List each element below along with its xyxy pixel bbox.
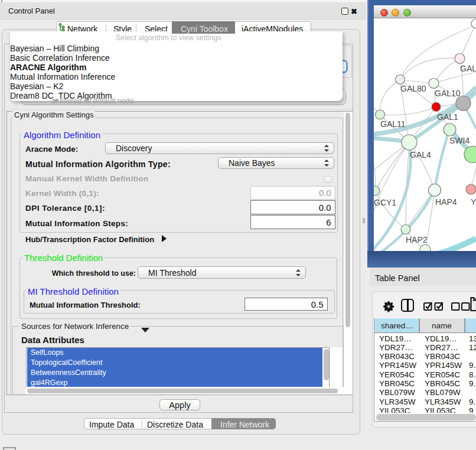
svg-text:GAL1: GAL1 [437, 112, 458, 122]
svg-text:GCY1: GCY1 [374, 198, 396, 207]
svg-text:GAL4: GAL4 [410, 150, 431, 159]
svg-text:GAL11: GAL11 [380, 119, 406, 129]
svg-text:HAP4: HAP4 [435, 197, 457, 207]
svg-text:GAL80: GAL80 [400, 84, 426, 93]
svg-text:HAP2: HAP2 [406, 235, 428, 244]
svg-text:Y: Y [471, 197, 476, 207]
svg-text:GAL10: GAL10 [435, 89, 461, 98]
svg-text:GAL: GAL [460, 64, 476, 73]
svg-text:SWI4: SWI4 [449, 136, 470, 145]
